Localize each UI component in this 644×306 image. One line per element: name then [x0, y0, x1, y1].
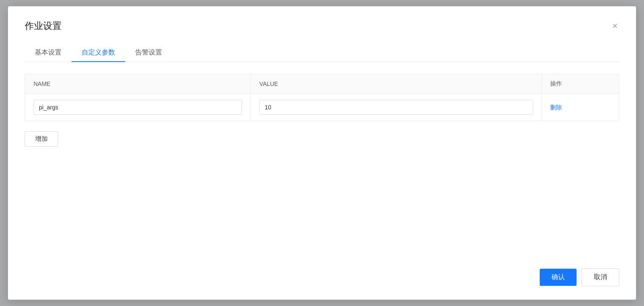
- value-input[interactable]: [259, 100, 533, 115]
- add-button-container: 增加: [25, 131, 619, 147]
- close-icon: ×: [612, 21, 618, 31]
- close-button[interactable]: ×: [611, 20, 619, 32]
- name-cell: [25, 94, 251, 121]
- modal-overlay: 作业设置 × 基本设置 自定义参数 告警设置 NAME V: [0, 0, 644, 306]
- tab-bar: 基本设置 自定义参数 告警设置: [25, 44, 619, 62]
- modal-header: 作业设置 ×: [25, 20, 619, 32]
- column-header-value: VALUE: [251, 74, 542, 94]
- modal-footer: 确认 取消: [25, 268, 619, 286]
- modal-dialog: 作业设置 × 基本设置 自定义参数 告警设置 NAME V: [8, 6, 636, 300]
- delete-button[interactable]: 删除: [550, 104, 562, 112]
- column-header-action: 操作: [542, 74, 619, 94]
- cancel-button[interactable]: 取消: [582, 268, 619, 286]
- column-header-name: NAME: [25, 74, 251, 94]
- confirm-button[interactable]: 确认: [540, 269, 577, 286]
- name-input[interactable]: [33, 100, 242, 115]
- params-table-container: NAME VALUE 操作 删除: [25, 74, 619, 121]
- table-header-row: NAME VALUE 操作: [25, 74, 619, 94]
- value-cell: [251, 94, 542, 121]
- params-table: NAME VALUE 操作 删除: [25, 74, 619, 121]
- tab-basic[interactable]: 基本设置: [25, 44, 72, 62]
- tab-custom-params[interactable]: 自定义参数: [72, 44, 125, 62]
- tab-alert[interactable]: 告警设置: [125, 44, 172, 62]
- table-row: 删除: [25, 94, 619, 121]
- modal-title: 作业设置: [25, 20, 62, 32]
- action-cell: 删除: [542, 94, 619, 121]
- add-param-button[interactable]: 增加: [25, 131, 58, 147]
